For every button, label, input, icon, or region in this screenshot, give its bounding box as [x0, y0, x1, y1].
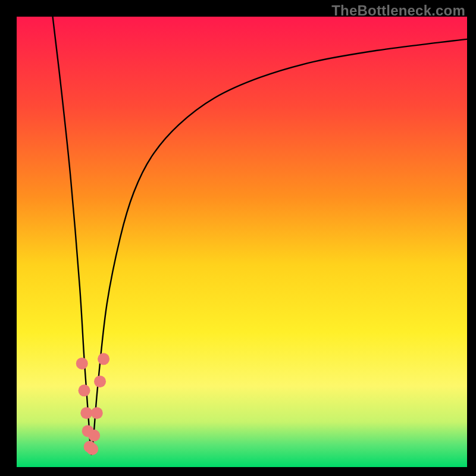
highlight-point — [80, 407, 92, 419]
plot-area — [17, 17, 467, 467]
highlight-point — [91, 407, 103, 419]
chart-frame: TheBottleneck.com — [0, 0, 476, 476]
highlight-point — [98, 353, 109, 365]
highlight-point — [79, 384, 90, 396]
highlight-point — [88, 430, 100, 441]
highlight-point — [76, 358, 88, 369]
highlight-point — [94, 375, 106, 387]
chart-svg — [17, 17, 467, 467]
highlight-point — [86, 443, 98, 455]
